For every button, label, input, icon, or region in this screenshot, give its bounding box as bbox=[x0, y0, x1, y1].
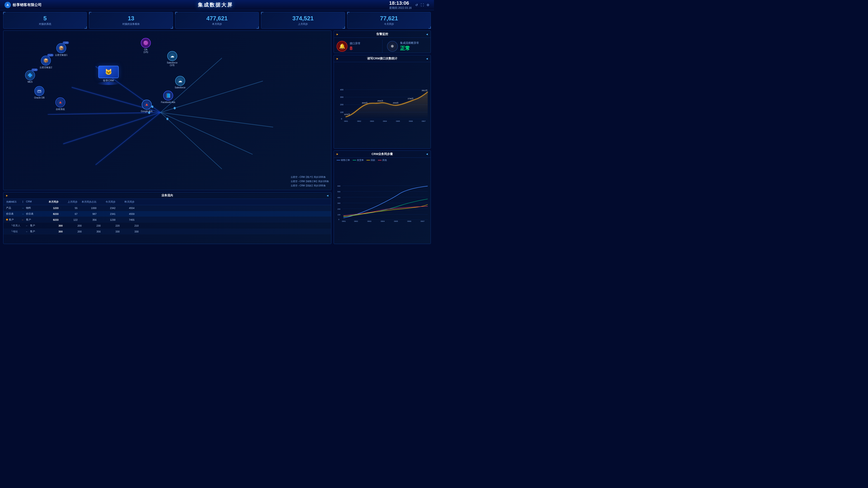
row4-month: 300 bbox=[44, 224, 63, 227]
svg-text:2034万: 2034万 bbox=[393, 102, 399, 104]
row2-yesterday: 4559 bbox=[116, 213, 134, 215]
fullscreen-icon[interactable]: ⛶ bbox=[421, 3, 424, 7]
legend-other: 其他 bbox=[378, 159, 387, 162]
header-icons: ↺ ⛶ ⚙ bbox=[415, 3, 430, 7]
sync-msg-2: 云星空→CRM【销售订单】同步100条 bbox=[291, 179, 329, 184]
stat-today: 77,621 今天同步 bbox=[347, 12, 431, 29]
svg-text:100: 100 bbox=[338, 214, 341, 216]
crm-biz-header: ▶ CRM业务同步量 ◀ bbox=[334, 151, 431, 158]
row5-today: 330 bbox=[101, 230, 120, 233]
table-row: 产品 → 物料 1233 55 1000 2342 4554 bbox=[3, 205, 331, 211]
alert-title: 告警监控 bbox=[376, 32, 388, 36]
settings-icon[interactable]: ⚙ bbox=[427, 3, 430, 7]
svg-point-12 bbox=[210, 96, 212, 98]
expand-left-icon[interactable]: ▶ bbox=[6, 194, 8, 197]
clock-display: 18:13:06 星期四 2022.03.16 bbox=[389, 0, 412, 10]
header-right: 18:13:06 星期四 2022.03.16 ↺ ⛶ ⚙ bbox=[389, 0, 430, 10]
svg-text:0901: 0901 bbox=[342, 220, 346, 222]
crm-expand-icon[interactable]: ▶ bbox=[337, 57, 338, 60]
company-logo: A 纷享销客有限公司 bbox=[4, 2, 41, 8]
alert-fuse-text: 集成流熔断异常 正常 bbox=[400, 41, 419, 52]
center-node: 🐱 纷享CRM bbox=[97, 66, 120, 85]
alert-panel: ▶ 告警监控 ◀ 🔔 接口异常 8 ❄ 集成流熔断异常 正常 bbox=[334, 31, 431, 53]
col-header-today: 今天同步 bbox=[97, 200, 116, 203]
row4-yesterday: 210 bbox=[121, 224, 138, 227]
crm-biz-collapse-icon[interactable]: ◀ bbox=[426, 153, 428, 155]
row1-yesterday: 4554 bbox=[116, 207, 134, 209]
node-oa-label: OA(1/5) bbox=[144, 48, 148, 53]
alert-collapse-icon[interactable]: ◀ bbox=[426, 33, 428, 35]
svg-text:2634万: 2634万 bbox=[362, 102, 368, 104]
svg-text:0905: 0905 bbox=[394, 220, 398, 222]
row4-ratio: 230 bbox=[83, 224, 101, 227]
row2-mes: 价目表 bbox=[6, 212, 20, 216]
row3-ratio: 356 bbox=[79, 219, 96, 221]
row4-last: 200 bbox=[64, 224, 82, 227]
refresh-icon[interactable]: ↺ bbox=[415, 3, 418, 7]
business-flow-header: ▶ 业务流向 ◀ bbox=[3, 192, 331, 199]
row5-mes: └地址 bbox=[10, 230, 24, 233]
alert-interface-value: 8 bbox=[350, 45, 361, 51]
logo-letter: A bbox=[6, 3, 9, 7]
crm-interface-chart: ▶ 读写CRM接口次数统计 ◀ 400 300 200 100 0 bbox=[334, 55, 431, 149]
svg-text:0902: 0902 bbox=[357, 120, 361, 122]
node-yxzh2-label: 云星空账套2 bbox=[39, 66, 52, 69]
stat-systems-label: 对接的系统 bbox=[39, 22, 51, 26]
network-diagram: 🐱 纷享CRM 📦 +186 云星空账套1 📦 +125 bbox=[3, 31, 331, 190]
crm-line-chart-svg: 400 300 200 100 0 bbox=[336, 64, 429, 147]
crm-chart-title: 读写CRM接口次数统计 bbox=[367, 57, 397, 61]
row1-ratio: 1000 bbox=[79, 207, 96, 209]
node-sf2-label: Salesforce bbox=[175, 86, 185, 89]
svg-line-9 bbox=[160, 112, 222, 169]
sync-msg-3: 云星空→CRM【回款】同步1000条 bbox=[291, 184, 329, 188]
svg-text:200: 200 bbox=[338, 208, 341, 210]
svg-text:0906: 0906 bbox=[409, 120, 413, 122]
svg-text:300: 300 bbox=[338, 202, 341, 204]
col-header-sep: | bbox=[21, 200, 25, 203]
stat-modules-label: 对接的业务模块 bbox=[122, 22, 140, 26]
row3-crm: 客户 bbox=[26, 218, 39, 221]
node-google-label: Google Ads bbox=[141, 110, 153, 112]
main-content: 🐱 纷享CRM 📦 +186 云星空账套1 📦 +125 bbox=[0, 31, 434, 244]
stat-last-month-label: 上月同步 bbox=[298, 22, 308, 26]
row2-arrow: → bbox=[21, 213, 25, 215]
sync-messages: 云星空→CRM【客户】同步1000条 云星空→CRM【销售订单】同步100条 云… bbox=[291, 175, 329, 188]
row1-month: 1233 bbox=[40, 207, 59, 209]
sync-msg-1: 云星空→CRM【客户】同步1000条 bbox=[291, 175, 329, 179]
collapse-right-icon[interactable]: ◀ bbox=[327, 194, 329, 197]
page-title: 集成数据大屏 bbox=[198, 2, 233, 8]
row2-crm: 价目表 bbox=[26, 212, 39, 216]
node-oracle: 🗃 Oracle DB bbox=[34, 86, 44, 99]
chart-legend: 销售订单 发货单 回款 其他 bbox=[334, 158, 431, 163]
row4-arrow: ← bbox=[25, 224, 29, 227]
svg-text:2534万: 2534万 bbox=[377, 100, 383, 102]
row3-yesterday: 7455 bbox=[116, 219, 134, 221]
svg-text:500: 500 bbox=[338, 191, 341, 193]
crm-biz-title: CRM业务同步量 bbox=[372, 152, 393, 156]
business-flow-title: 业务流向 bbox=[161, 193, 173, 197]
stat-today-label: 今天同步 bbox=[384, 22, 394, 26]
left-center-area: 🐱 纷享CRM 📦 +186 云星空账套1 📦 +125 bbox=[3, 31, 331, 244]
table-header: 光峰MES | CRM 本月同步 上月同步 本月同步占比 今天同步 昨天同步 bbox=[3, 199, 331, 205]
company-name: 纷享销客有限公司 bbox=[13, 3, 41, 7]
crm-biz-chart-area: 600 500 400 300 200 100 0 bbox=[334, 163, 431, 244]
svg-text:0907: 0907 bbox=[422, 120, 426, 122]
crm-collapse-icon[interactable]: ◀ bbox=[426, 57, 428, 60]
svg-line-3 bbox=[63, 112, 160, 144]
svg-text:100: 100 bbox=[340, 111, 344, 113]
svg-text:0907: 0907 bbox=[421, 220, 425, 222]
row3-mes: 客户 bbox=[6, 218, 20, 221]
crm-biz-expand-icon[interactable]: ▶ bbox=[337, 153, 338, 155]
node-yxzh2: 📦 +125 云星空账套2 bbox=[39, 56, 52, 69]
row1-mes: 产品 bbox=[6, 206, 20, 210]
svg-line-7 bbox=[160, 112, 273, 127]
svg-point-10 bbox=[131, 91, 133, 93]
stat-last-month: 374,521 上月同步 bbox=[261, 12, 345, 29]
alert-expand-icon[interactable]: ▶ bbox=[337, 33, 338, 35]
svg-text:0901: 0901 bbox=[344, 120, 348, 122]
alert-interface-text: 接口异常 8 bbox=[350, 41, 361, 51]
col-header-crm: CRM bbox=[26, 200, 39, 203]
crm-biz-svg: 600 500 400 300 200 100 0 bbox=[336, 164, 429, 243]
row1-arrow: → bbox=[21, 207, 25, 209]
row4-crm: 客户 bbox=[30, 224, 43, 227]
